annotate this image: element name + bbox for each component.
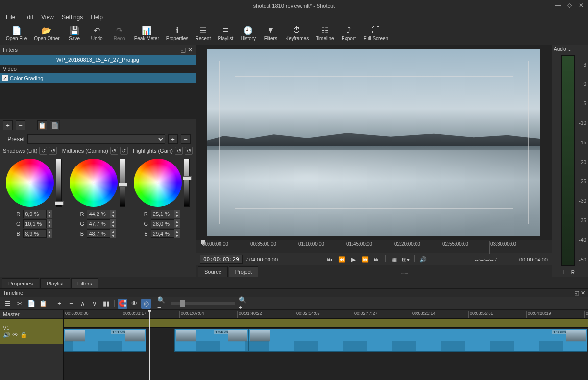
shadows-reset-button[interactable]: ↺ bbox=[39, 147, 47, 155]
tl-append-icon[interactable]: + bbox=[54, 299, 64, 309]
shadows-reset2-button[interactable]: ↺ bbox=[49, 147, 57, 155]
volume-icon[interactable]: 🔊 bbox=[418, 255, 427, 264]
timeline-clip-0[interactable]: 11150015.MOV bbox=[64, 329, 146, 352]
current-timecode[interactable]: 00:00:03:29 bbox=[200, 255, 243, 264]
paste-filter-button[interactable]: 📄 bbox=[50, 120, 60, 130]
grid-icon[interactable]: ⊞▾ bbox=[401, 255, 410, 264]
toolbar-save-button[interactable]: 💾Save bbox=[64, 25, 85, 42]
tl-overwrite-icon[interactable]: ∨ bbox=[90, 299, 99, 309]
timeline-ruler[interactable]: 00:00:00:0000:00:33:1700:01:07:0400:01:4… bbox=[64, 310, 588, 319]
timeline-playhead[interactable] bbox=[149, 310, 150, 380]
tl-zoom-slider[interactable] bbox=[171, 302, 235, 305]
color-slider-2[interactable] bbox=[184, 159, 190, 207]
timeline-clip-1[interactable]: 10460001.MOV bbox=[174, 329, 249, 352]
color-slider-1[interactable] bbox=[120, 159, 125, 207]
toolbar-properties-button[interactable]: ℹProperties bbox=[163, 25, 192, 42]
filter-item-color-grading[interactable]: ✓ Color Grading bbox=[0, 73, 196, 83]
menu-help[interactable]: Help bbox=[87, 13, 107, 22]
close-button[interactable]: ✕ bbox=[577, 1, 585, 9]
b-spinner-1[interactable]: ▲▼ bbox=[87, 229, 116, 238]
highlights-reset2-button[interactable]: ↺ bbox=[185, 147, 193, 155]
toolbar-undo-button[interactable]: ↶Undo bbox=[86, 25, 108, 42]
toolbar-open-other-button[interactable]: 📂Open Other bbox=[31, 25, 62, 42]
tab-playlist[interactable]: Playlist bbox=[40, 278, 70, 288]
tl-scrub-icon[interactable]: 👁 bbox=[129, 299, 139, 309]
color-wheel-2[interactable] bbox=[134, 159, 182, 207]
tl-snap-icon[interactable]: 🧲 bbox=[118, 299, 127, 309]
midtones-reset2-button[interactable]: ↺ bbox=[120, 147, 128, 155]
zoom-icon[interactable]: ▦ bbox=[390, 255, 398, 264]
toolbar-recent-button[interactable]: ☰Recent bbox=[192, 25, 214, 42]
checkbox-icon[interactable]: ✓ bbox=[2, 75, 8, 81]
midtones-reset-button[interactable]: ↺ bbox=[110, 147, 118, 155]
r-spinner-2[interactable]: ▲▼ bbox=[151, 210, 180, 218]
v1-track-header[interactable]: V1 🔊 👁 🔓 bbox=[0, 319, 63, 344]
add-filter-button[interactable]: + bbox=[3, 120, 13, 130]
preview-ruler[interactable]: 00:00:00:0000:35:00:0001:10:00:0001:45:0… bbox=[196, 240, 552, 253]
preset-add-button[interactable]: + bbox=[168, 134, 178, 144]
menu-settings[interactable]: Settings bbox=[58, 13, 87, 22]
rewind-icon[interactable]: ⏪ bbox=[337, 255, 346, 264]
remove-filter-button[interactable]: − bbox=[16, 120, 25, 130]
tl-split-icon[interactable]: ▮▮ bbox=[101, 299, 111, 309]
toolbar-open-file-button[interactable]: 📄Open File bbox=[3, 25, 30, 42]
tl-cut-icon[interactable]: ✂ bbox=[15, 299, 24, 309]
preset-select[interactable] bbox=[27, 134, 165, 144]
video-preview[interactable] bbox=[196, 45, 552, 240]
menu-file[interactable]: File bbox=[2, 13, 19, 22]
maximize-button[interactable]: ◇ bbox=[565, 1, 573, 9]
toolbar-export-button[interactable]: ⤴Export bbox=[338, 25, 360, 42]
g-spinner-1[interactable]: ▲▼ bbox=[87, 219, 116, 228]
highlights-reset-button[interactable]: ↺ bbox=[175, 147, 183, 155]
tl-paste-icon[interactable]: 📋 bbox=[38, 299, 48, 309]
tl-lift-icon[interactable]: ∧ bbox=[78, 299, 88, 309]
timeline-undock-icon[interactable]: ◱ bbox=[574, 290, 579, 296]
play-icon[interactable]: ▶ bbox=[349, 255, 358, 264]
g-spinner-0[interactable]: ▲▼ bbox=[23, 219, 52, 228]
skip-start-icon[interactable]: ⏮ bbox=[325, 255, 334, 264]
tl-copy-icon[interactable]: 📄 bbox=[26, 299, 36, 309]
toolbar-filters-button[interactable]: ▼Filters bbox=[260, 25, 281, 42]
toolbar-playlist-button[interactable]: ≣Playlist bbox=[215, 25, 236, 42]
tl-remove-icon[interactable]: − bbox=[66, 299, 76, 309]
preset-remove-button[interactable]: − bbox=[181, 134, 191, 144]
toolbar-peak-meter-button[interactable]: 📊Peak Meter bbox=[131, 25, 162, 42]
toolbar-full-screen-button[interactable]: ⛶Full Screen bbox=[361, 25, 392, 42]
toolbar-timeline-button[interactable]: ☷Timeline bbox=[313, 25, 337, 42]
skip-end-icon[interactable]: ⏭ bbox=[372, 255, 381, 264]
color-wheel-1[interactable] bbox=[70, 159, 118, 207]
master-track-header[interactable]: Master bbox=[0, 310, 63, 319]
fast-forward-icon[interactable]: ⏩ bbox=[361, 255, 369, 264]
tab-properties[interactable]: Properties bbox=[2, 278, 39, 288]
tl-zoom-in-icon[interactable]: 🔍+ bbox=[239, 299, 248, 309]
tab-filters[interactable]: Filters bbox=[71, 278, 98, 288]
toolbar-keyframes-button[interactable]: ⏱Keyframes bbox=[282, 25, 312, 42]
r-spinner-1[interactable]: ▲▼ bbox=[87, 210, 116, 218]
tl-menu-icon[interactable]: ☰ bbox=[3, 299, 13, 309]
color-slider-0[interactable] bbox=[56, 159, 62, 207]
v1-track[interactable]: 11150015.MOV10460001.MOV11080001.MOV bbox=[64, 328, 588, 353]
toolbar-redo-button[interactable]: ↷Redo bbox=[109, 25, 130, 42]
menu-view[interactable]: View bbox=[37, 13, 58, 22]
menu-edit[interactable]: Edit bbox=[19, 13, 37, 22]
tl-ripple-icon[interactable]: ◎ bbox=[141, 299, 151, 309]
track-lock-icon[interactable]: 🔓 bbox=[20, 332, 27, 338]
current-media[interactable]: WP_20160813_15_47_27_Pro.jpg bbox=[0, 55, 196, 65]
track-mute-icon[interactable]: 🔊 bbox=[3, 332, 10, 338]
timeline-close-icon[interactable]: ✕ bbox=[581, 290, 585, 296]
undock-icon[interactable]: ◱ bbox=[180, 47, 186, 53]
color-wheel-0[interactable] bbox=[6, 159, 54, 207]
tab-source[interactable]: Source bbox=[198, 266, 228, 277]
toolbar-history-button[interactable]: 🕘History bbox=[237, 25, 259, 42]
tab-project[interactable]: Project bbox=[229, 266, 258, 277]
timeline-clip-2[interactable]: 11080001.MOV bbox=[249, 329, 587, 352]
b-spinner-2[interactable]: ▲▼ bbox=[151, 229, 180, 238]
master-track[interactable] bbox=[64, 319, 588, 328]
tl-zoom-out-icon[interactable]: 🔍− bbox=[157, 299, 167, 309]
close-panel-icon[interactable]: ✕ bbox=[188, 47, 193, 53]
track-hide-icon[interactable]: 👁 bbox=[12, 332, 18, 338]
b-spinner-0[interactable]: ▲▼ bbox=[23, 229, 52, 238]
g-spinner-2[interactable]: ▲▼ bbox=[151, 219, 180, 228]
r-spinner-0[interactable]: ▲▼ bbox=[23, 210, 52, 218]
minimize-button[interactable]: — bbox=[554, 1, 562, 9]
